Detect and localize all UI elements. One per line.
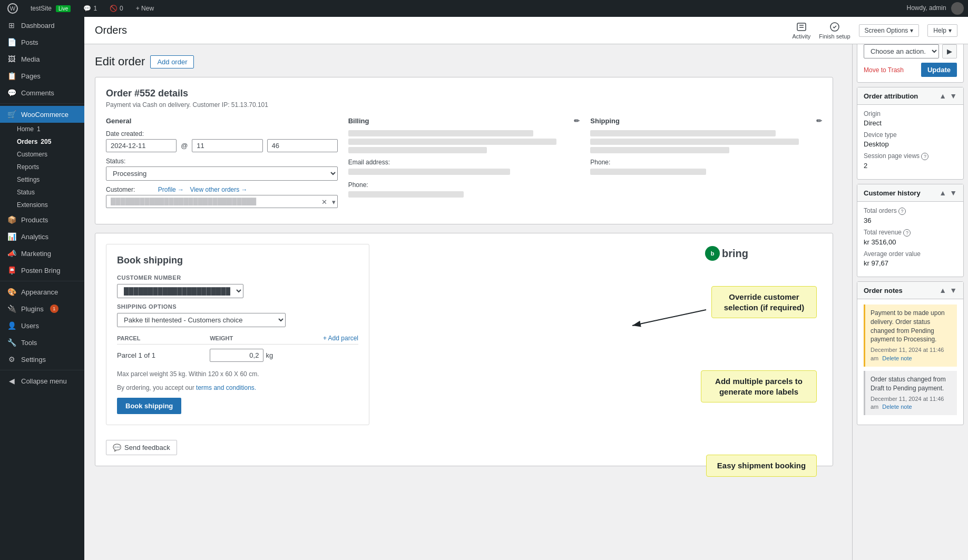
billing-edit-icon[interactable]: ✏ — [574, 117, 580, 125]
delete-note-1[interactable]: Delete note — [882, 404, 912, 410]
weight-unit: kg — [266, 351, 273, 359]
view-other-orders-link[interactable]: View other orders → — [190, 186, 247, 193]
adminbar-wp-logo[interactable]: W — [4, 0, 21, 17]
order-attribution-controls: ▲ ▼ — [939, 92, 957, 100]
sidebar-item-media[interactable]: 🖼 Media — [0, 51, 84, 67]
sidebar-sub-label-extensions: Extensions — [17, 201, 48, 209]
sidebar-sub-extensions[interactable]: Extensions — [0, 199, 84, 211]
attribution-device-value: Desktop — [864, 140, 957, 148]
plugins-icon: 🔌 — [6, 304, 17, 313]
parcel-row-1: Parcel 1 of 1 kg — [117, 345, 358, 367]
adminbar-site-name[interactable]: testSite Live — [27, 0, 74, 17]
profile-link[interactable]: Profile → — [158, 186, 184, 193]
sidebar-sub-settings[interactable]: Settings — [0, 173, 84, 186]
sidebar-sub-reports[interactable]: Reports — [0, 161, 84, 173]
sidebar-item-tools[interactable]: 🔧 Tools — [0, 334, 84, 351]
sidebar-item-woocommerce[interactable]: 🛒 WooCommerce — [0, 106, 84, 123]
time-minute-input[interactable] — [267, 139, 338, 152]
time-hour-input[interactable] — [192, 139, 262, 152]
billing-info: Email address: Phone: — [348, 130, 580, 198]
history-up-icon[interactable]: ▲ — [939, 189, 946, 197]
sidebar-item-collapse[interactable]: ◀ Collapse menu — [0, 372, 84, 389]
attribution-session-row: Session page views ? 2 — [864, 152, 957, 170]
pages-icon: 📋 — [6, 72, 17, 80]
attribution-down-icon[interactable]: ▼ — [950, 92, 957, 100]
order-note-0: Payment to be made upon delivery. Order … — [864, 304, 957, 367]
feedback-icon: 💬 — [113, 444, 121, 451]
sidebar-item-comments[interactable]: 💬 Comments — [0, 84, 84, 101]
finish-setup-icon-item[interactable]: Finish setup — [819, 22, 850, 40]
sidebar-item-settings[interactable]: ⚙ Settings — [0, 351, 84, 368]
sidebar-item-posten-bring[interactable]: 📮 Posten Bring — [0, 262, 84, 279]
sidebar-item-appearance[interactable]: 🎨 Appearance — [0, 283, 84, 300]
adminbar-comments[interactable]: 💬 1 — [80, 0, 100, 17]
customer-search-input[interactable] — [106, 195, 338, 208]
shipping-options-select[interactable]: Pakke til hentested - Customers choice — [117, 313, 286, 327]
status-select[interactable]: Processing — [106, 166, 338, 181]
attribution-origin-row: Origin Direct — [864, 110, 957, 127]
delete-note-0[interactable]: Delete note — [882, 355, 912, 361]
order-heading: Order #552 details — [106, 88, 822, 99]
main-area: Edit order Add order Order #552 details … — [84, 44, 844, 466]
customer-number-select[interactable]: ██████████████████████ — [117, 284, 243, 298]
add-parcel-button[interactable]: + Add parcel — [323, 335, 358, 342]
comments-icon: 💬 — [6, 89, 17, 97]
sidebar-item-products[interactable]: 📦 Products — [0, 211, 84, 228]
attribution-up-icon[interactable]: ▲ — [939, 92, 946, 100]
terms-link[interactable]: terms and conditions. — [196, 384, 256, 391]
notes-down-icon[interactable]: ▼ — [950, 286, 957, 294]
sidebar-item-users[interactable]: 👤 Users — [0, 317, 84, 334]
total-revenue-help-icon[interactable]: ? — [903, 229, 911, 237]
dashboard-icon: ⊞ — [6, 21, 17, 30]
session-help-icon[interactable]: ? — [921, 153, 928, 160]
sidebar-item-analytics[interactable]: 📊 Analytics — [0, 228, 84, 245]
sidebar-item-plugins[interactable]: 🔌 Plugins 1 — [0, 300, 84, 317]
activity-icon-item[interactable]: Activity — [792, 22, 810, 40]
weight-input[interactable] — [210, 349, 263, 362]
adminbar-messages[interactable]: 🚫 0 — [106, 0, 126, 17]
customer-dropdown-icon[interactable]: ▾ — [332, 198, 336, 205]
customer-clear-icon[interactable]: ✕ — [321, 198, 327, 205]
shipping-edit-icon[interactable]: ✏ — [816, 117, 822, 125]
help-chevron: ▾ — [949, 27, 952, 34]
move-to-trash-link[interactable]: Move to Trash — [864, 66, 904, 74]
order-attribution-body: Origin Direct Device type Desktop Sessio… — [857, 105, 963, 179]
sidebar-label-appearance: Appearance — [21, 288, 58, 296]
screen-options-chevron: ▾ — [910, 27, 913, 34]
total-orders-help-icon[interactable]: ? — [898, 208, 906, 215]
attribution-device-row: Device type Desktop — [864, 131, 957, 148]
order-action-select[interactable]: Choose an action... — [864, 44, 939, 58]
attribution-origin-value: Direct — [864, 119, 957, 127]
history-down-icon[interactable]: ▼ — [950, 189, 957, 197]
easy-booking-callout: Easy shipment booking — [706, 455, 817, 477]
date-time-row: @ — [106, 139, 338, 152]
book-shipping-card: b bring Book shipping CUSTOMER NUMBER ██… — [95, 233, 833, 466]
home-badge: 1 — [37, 125, 41, 133]
date-input[interactable] — [106, 139, 177, 152]
send-feedback-button[interactable]: 💬 Send feedback — [106, 440, 177, 455]
sidebar-label-analytics: Analytics — [21, 233, 48, 241]
action-row: Choose an action... ▶ — [864, 44, 957, 58]
finish-setup-label: Finish setup — [819, 33, 850, 40]
adminbar-new[interactable]: + New — [133, 0, 157, 17]
sidebar-sub-status[interactable]: Status — [0, 186, 84, 199]
book-shipping-button[interactable]: Book shipping — [117, 398, 181, 414]
sidebar-sub-home[interactable]: Home 1 — [0, 123, 84, 135]
screen-options-button[interactable]: Screen Options ▾ — [859, 24, 920, 37]
help-button[interactable]: Help ▾ — [927, 24, 957, 37]
sidebar-item-pages[interactable]: 📋 Pages — [0, 67, 84, 84]
attribution-origin-label: Origin — [864, 110, 957, 117]
general-label: General — [106, 117, 338, 125]
sidebar-sub-orders[interactable]: Orders 205 — [0, 135, 84, 148]
sidebar-item-posts[interactable]: 📄 Posts — [0, 34, 84, 51]
notes-up-icon[interactable]: ▲ — [939, 286, 946, 294]
sidebar-sub-customers[interactable]: Customers — [0, 148, 84, 161]
email-row: Email address: — [348, 158, 580, 175]
update-button[interactable]: Update — [921, 63, 957, 77]
sidebar-item-marketing[interactable]: 📣 Marketing — [0, 245, 84, 262]
order-action-go-button[interactable]: ▶ — [942, 44, 957, 58]
sidebar-item-dashboard[interactable]: ⊞ Dashboard — [0, 17, 84, 34]
add-order-button[interactable]: Add order — [150, 55, 194, 68]
shipping-label: Shipping ✏ — [590, 117, 822, 125]
tools-icon: 🔧 — [6, 338, 17, 347]
